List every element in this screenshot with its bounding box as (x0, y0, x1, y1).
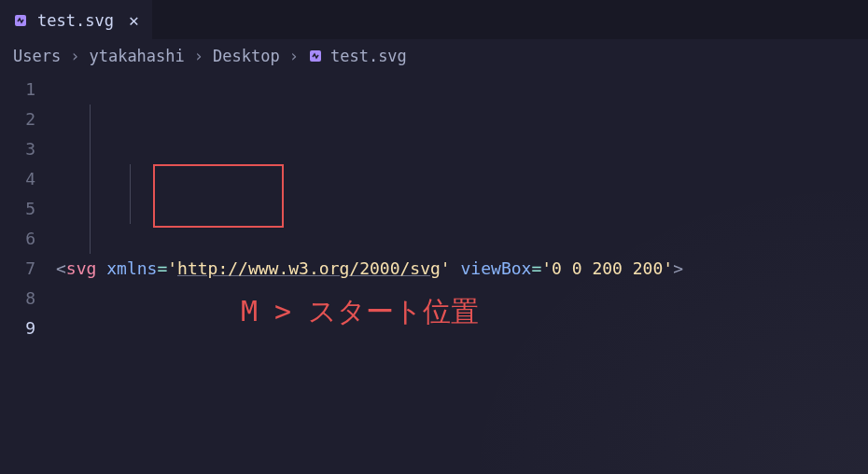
tab-test-svg[interactable]: test.svg ✕ (0, 0, 152, 39)
line-number: 2 (0, 105, 35, 134)
code-area[interactable]: <svg xmlns='http://www.w3.org/2000/svg' … (56, 75, 868, 474)
tab-bar: test.svg ✕ (0, 0, 868, 39)
breadcrumb: Users › ytakahashi › Desktop › test.svg (0, 39, 868, 75)
breadcrumb-segment[interactable]: Users (13, 47, 61, 65)
breadcrumb-segment[interactable]: ytakahashi (89, 47, 184, 65)
line-number-gutter: 1 2 3 4 5 6 7 8 9 (0, 75, 56, 474)
chevron-right-icon: › (289, 47, 299, 65)
line-number: 9 (0, 314, 35, 343)
xmlns-url[interactable]: http://www.w3.org/2000/svg (177, 258, 441, 278)
line-number: 1 (0, 75, 35, 105)
line-number: 7 (0, 254, 35, 284)
code-editor[interactable]: 1 2 3 4 5 6 7 8 9 <svg xmlns='http://www… (0, 75, 868, 474)
indent-guide (130, 164, 131, 224)
svg-file-icon (13, 13, 28, 28)
annotation-label: M > スタート位置 (241, 297, 479, 327)
line-number: 6 (0, 224, 35, 254)
line-number: 8 (0, 284, 35, 314)
line-number: 4 (0, 164, 35, 194)
line-number: 3 (0, 134, 35, 164)
close-icon[interactable]: ✕ (123, 10, 139, 30)
annotation-box (153, 164, 284, 228)
line-number: 5 (0, 194, 35, 224)
indent-guide (90, 105, 91, 254)
tab-filename: test.svg (37, 11, 114, 30)
chevron-right-icon: › (194, 47, 203, 65)
code-line: <svg xmlns='http://www.w3.org/2000/svg' … (56, 254, 868, 284)
svg-file-icon (308, 49, 323, 63)
breadcrumb-file[interactable]: test.svg (308, 47, 407, 65)
chevron-right-icon: › (70, 47, 79, 65)
code-line (56, 373, 868, 403)
breadcrumb-segment[interactable]: Desktop (213, 47, 280, 65)
